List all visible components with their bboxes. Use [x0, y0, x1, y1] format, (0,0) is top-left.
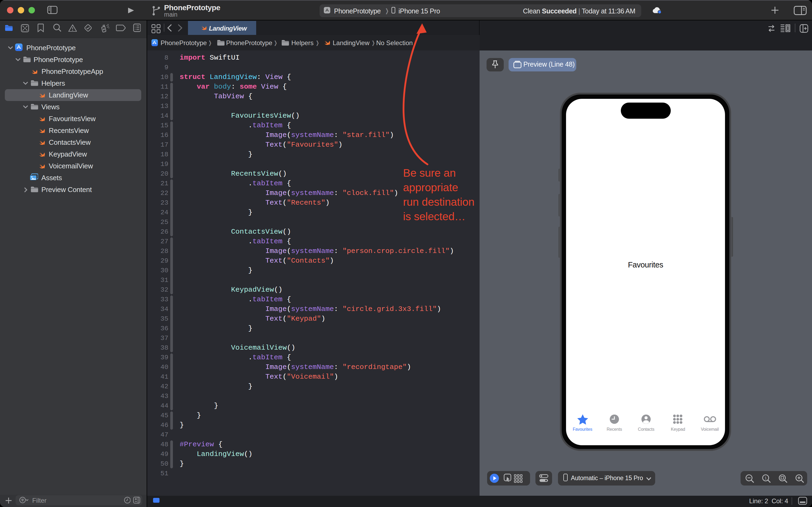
svg-text:1: 1	[764, 475, 766, 480]
